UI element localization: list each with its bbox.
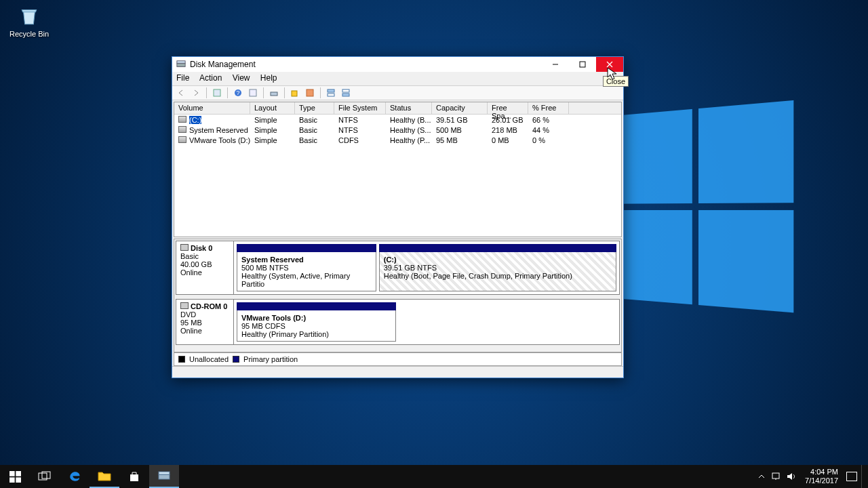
svg-rect-14	[328, 94, 334, 96]
disk-management-taskbar-button[interactable]	[149, 465, 179, 488]
store-button[interactable]	[119, 465, 149, 488]
svg-rect-18	[16, 471, 21, 476]
col-type[interactable]: Type	[295, 102, 334, 114]
disk-management-window: Disk Management Close File Action View H…	[172, 56, 624, 378]
refresh-button[interactable]	[247, 87, 259, 99]
volume-row[interactable]: System ReservedSimpleBasicNTFSHealthy (S…	[174, 125, 621, 135]
col-capacity[interactable]: Capacity	[432, 102, 488, 114]
menu-bar: File Action View Help	[172, 72, 623, 85]
volume-list-header[interactable]: Volume Layout Type File System Status Ca…	[174, 102, 621, 115]
partition-block[interactable]: VMware Tools (D:)95 MB CDFSHealthy (Prim…	[237, 302, 396, 342]
disk-icon	[180, 302, 189, 309]
clock[interactable]: 4:04 PM 7/14/2017	[805, 468, 838, 485]
svg-rect-25	[772, 473, 779, 479]
col-pct[interactable]: % Free	[528, 102, 569, 114]
disk-info[interactable]: Disk 0Basic40.00 GBOnline	[176, 241, 234, 294]
file-explorer-button[interactable]	[90, 465, 119, 488]
svg-rect-12	[307, 89, 313, 96]
col-layout[interactable]: Layout	[250, 102, 295, 114]
maximize-button[interactable]	[569, 57, 596, 72]
svg-rect-11	[292, 91, 297, 96]
forward-button[interactable]	[190, 87, 202, 99]
drive-icon	[178, 126, 186, 133]
view-bottom-button[interactable]	[340, 87, 352, 99]
menu-help[interactable]: Help	[260, 73, 277, 83]
close-tooltip: Close	[603, 76, 629, 87]
drive-icon	[178, 136, 186, 143]
minimize-button[interactable]	[542, 57, 569, 72]
svg-rect-3	[580, 62, 585, 67]
svg-rect-13	[328, 89, 334, 92]
wallpaper-windows-logo	[611, 100, 801, 321]
svg-text:?: ?	[236, 89, 239, 96]
properties-button[interactable]	[304, 87, 316, 99]
partition-block[interactable]: System Reserved500 MB NTFSHealthy (Syste…	[237, 244, 376, 291]
partition-stripe	[237, 244, 376, 252]
disk-icon	[180, 244, 189, 251]
recycle-bin-label: Recycle Bin	[9, 30, 49, 38]
svg-rect-16	[342, 94, 349, 96]
edge-button[interactable]	[60, 465, 90, 488]
col-status[interactable]: Status	[386, 102, 432, 114]
view-top-button[interactable]	[325, 87, 337, 99]
menu-view[interactable]: View	[233, 73, 250, 83]
tray-chevron-icon[interactable]	[756, 471, 767, 482]
volume-row[interactable]: VMware Tools (D:)SimpleBasicCDFSHealthy …	[174, 135, 621, 145]
toolbar: ?	[172, 85, 623, 100]
svg-rect-20	[16, 477, 21, 483]
col-filesystem[interactable]: File System	[334, 102, 386, 114]
col-volume[interactable]: Volume	[174, 102, 250, 114]
disk-row[interactable]: CD-ROM 0DVD95 MBOnlineVMware Tools (D:)9…	[176, 299, 620, 345]
disk-row[interactable]: Disk 0Basic40.00 GBOnlineSystem Reserved…	[176, 241, 620, 295]
svg-rect-10	[271, 92, 277, 96]
system-tray: 4:04 PM 7/14/2017	[756, 465, 868, 488]
show-desktop-button[interactable]	[861, 465, 865, 488]
close-button[interactable]	[596, 57, 623, 72]
start-button[interactable]	[0, 465, 30, 488]
partition-stripe	[379, 244, 616, 252]
menu-file[interactable]: File	[176, 73, 189, 83]
back-button[interactable]	[175, 87, 187, 99]
rescan-button[interactable]	[268, 87, 280, 99]
taskbar: 4:04 PM 7/14/2017	[0, 465, 868, 488]
volume-list[interactable]: Volume Layout Type File System Status Ca…	[174, 102, 622, 237]
title-bar[interactable]: Disk Management Close	[172, 57, 623, 72]
help-button[interactable]: ?	[232, 87, 244, 99]
task-view-button[interactable]	[30, 465, 60, 488]
volume-icon[interactable]	[786, 471, 797, 482]
svg-rect-1	[177, 61, 185, 64]
svg-rect-0	[177, 63, 185, 66]
partition-block[interactable]: (C:)39.51 GB NTFSHealthy (Boot, Page Fil…	[379, 244, 616, 291]
recycle-bin-icon[interactable]: Recycle Bin	[5, 4, 53, 38]
svg-rect-9	[250, 89, 256, 96]
svg-rect-17	[9, 471, 15, 476]
volume-row[interactable]: (C:)SimpleBasicNTFSHealthy (B...39.51 GB…	[174, 115, 621, 125]
legend-unallocated: Unallocated	[189, 355, 229, 363]
status-bar	[172, 366, 623, 380]
drive-icon	[178, 116, 186, 123]
date-text: 7/14/2017	[805, 476, 838, 485]
action-center-icon[interactable]	[846, 471, 857, 482]
app-icon	[176, 60, 186, 69]
action-button[interactable]	[289, 87, 301, 99]
time-text: 4:04 PM	[805, 468, 838, 476]
menu-action[interactable]: Action	[199, 73, 222, 83]
col-free[interactable]: Free Spa...	[488, 102, 528, 114]
disk-info[interactable]: CD-ROM 0DVD95 MBOnline	[176, 300, 234, 344]
legend-primary: Primary partition	[243, 355, 298, 363]
svg-rect-6	[214, 89, 220, 96]
svg-rect-15	[342, 89, 349, 92]
svg-rect-23	[159, 474, 170, 479]
network-icon[interactable]	[771, 471, 782, 482]
window-title: Disk Management	[190, 60, 542, 69]
partition-stripe	[237, 302, 396, 310]
legend: Unallocated Primary partition	[174, 352, 622, 366]
disk-graphical-view[interactable]: Disk 0Basic40.00 GBOnlineSystem Reserved…	[174, 239, 622, 352]
svg-rect-19	[9, 477, 15, 483]
show-hide-tree-button[interactable]	[211, 87, 223, 99]
svg-rect-24	[159, 472, 170, 474]
